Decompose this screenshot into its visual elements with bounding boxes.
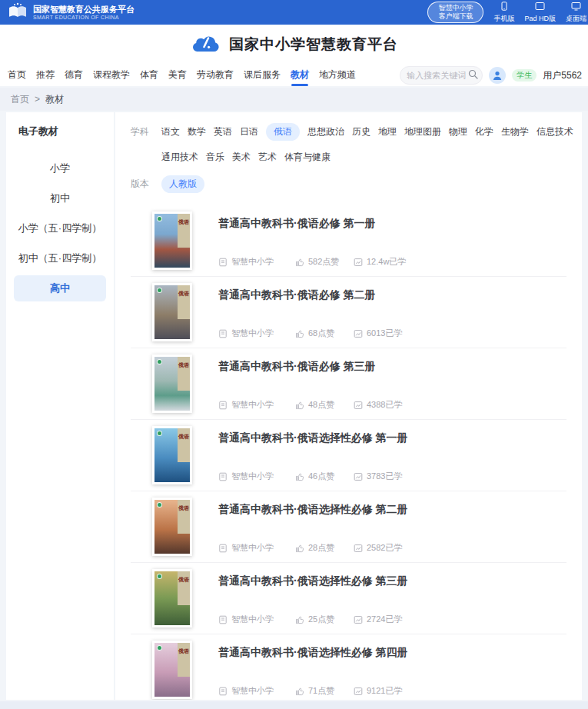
cover-title-strip: 俄语 [178, 357, 190, 391]
cover-title-strip: 俄语 [178, 571, 190, 605]
subject-filter-item[interactable]: 通用技术 [161, 148, 198, 166]
learners-icon [354, 687, 363, 696]
book-cover[interactable]: 俄语 [152, 498, 192, 556]
nav-item[interactable]: 课后服务 [242, 66, 282, 88]
page-footer-strip [0, 701, 588, 709]
book-item[interactable]: 俄语 普通高中教科书·俄语必修 第二册 智慧中小学 [131, 277, 566, 348]
nav-item[interactable]: 推荐 [35, 66, 56, 88]
username[interactable]: 用户5562 [543, 69, 582, 82]
sidebar: 电子教材 小学 初中 小学（五·四学制） 初中（五·四学制） 高中 [6, 112, 114, 700]
pad-version-link[interactable]: Pad HD版 [524, 2, 556, 24]
studied-meta: 6013已学 [354, 328, 402, 339]
sidebar-item[interactable]: 小学（五·四学制） [14, 215, 106, 241]
likes-label: 48点赞 [308, 399, 334, 411]
book-title[interactable]: 普通高中教科书·俄语必修 第三册 [218, 360, 566, 374]
search-box[interactable] [400, 66, 483, 85]
subject-filter-item[interactable]: 地理 [378, 123, 397, 141]
publisher-meta: 智慧中小学 [218, 256, 295, 268]
book-title[interactable]: 普通高中教科书·俄语必修 第二册 [218, 288, 566, 302]
sidebar-item[interactable]: 小学 [14, 155, 106, 181]
nav-item[interactable]: 美育 [167, 66, 188, 88]
publisher-icon [218, 258, 228, 267]
subject-filter-item[interactable]: 音乐 [206, 148, 224, 166]
book-info: 普通高中教科书·俄语选择性必修 第四册 智慧中小学 71点赞 [218, 641, 566, 699]
publisher-label: 智慧中小学 [231, 256, 274, 268]
cover-title-strip: 俄语 [178, 214, 190, 248]
book-title[interactable]: 普通高中教科书·俄语选择性必修 第二册 [218, 503, 566, 517]
thumbs-up-icon [295, 472, 304, 481]
book-info: 普通高中教科书·俄语必修 第二册 智慧中小学 68点赞 [218, 283, 566, 341]
nav-item[interactable]: 德育 [63, 66, 85, 88]
book-item[interactable]: 俄语 普通高中教科书·俄语选择性必修 第三册 智慧中小学 [131, 563, 566, 634]
subject-filter-item[interactable]: 艺术 [258, 148, 277, 166]
subject-filter-item[interactable]: 物理 [449, 123, 467, 141]
book-cover[interactable]: 俄语 [152, 426, 192, 484]
subject-filter-item[interactable]: 英语 [214, 123, 232, 141]
version-filter-item[interactable]: 人教版 [161, 175, 204, 193]
nav-item[interactable]: 教材 [289, 66, 311, 88]
mobile-version-link[interactable]: 手机版 [493, 2, 514, 24]
nav-item[interactable]: 劳动教育 [195, 66, 235, 88]
publisher-icon [218, 687, 228, 696]
subject-filter-item[interactable]: 化学 [475, 123, 493, 141]
likes-meta: 68点赞 [295, 328, 354, 339]
book-title[interactable]: 普通高中教科书·俄语选择性必修 第一册 [218, 431, 566, 445]
book-title[interactable]: 普通高中教科书·俄语选择性必修 第三册 [218, 574, 566, 588]
nav-item[interactable]: 首页 [6, 66, 28, 88]
subject-filter-item[interactable]: 思想政治 [307, 123, 344, 141]
open-book-logo-icon [8, 2, 28, 22]
book-title[interactable]: 普通高中教科书·俄语选择性必修 第四册 [218, 646, 566, 660]
search-input[interactable] [407, 71, 468, 80]
book-title[interactable]: 普通高中教科书·俄语必修 第一册 [218, 217, 566, 231]
cloud-logo-icon [190, 32, 222, 57]
likes-meta: 48点赞 [295, 399, 354, 411]
nav-item-label: 德育 [65, 69, 83, 80]
subject-filter-item[interactable]: 俄语 [266, 123, 300, 141]
subject-filter-item[interactable]: 信息技术 [537, 123, 573, 141]
book-cover[interactable]: 俄语 [152, 569, 192, 627]
sidebar-item[interactable]: 高中 [14, 275, 106, 301]
nav-item-label: 推荐 [36, 69, 55, 80]
book-cover[interactable]: 俄语 [152, 211, 192, 270]
book-item[interactable]: 俄语 普通高中教科书·俄语选择性必修 第二册 智慧中小学 [131, 491, 566, 563]
book-item[interactable]: 俄语 普通高中教科书·俄语选择性必修 第一册 智慧中小学 [131, 420, 566, 491]
book-item[interactable]: 俄语 普通高中教科书·俄语必修 第三册 智慧中小学 [131, 348, 566, 420]
nav-item[interactable]: 体育 [138, 66, 160, 88]
subject-filter-item[interactable]: 生物学 [501, 123, 529, 141]
book-info: 普通高中教科书·俄语选择性必修 第一册 智慧中小学 46点赞 [218, 426, 566, 484]
user-avatar[interactable] [489, 67, 506, 84]
platform-logo[interactable]: 国家智慧教育公共服务平台 SMART EDUCATION OF CHINA [8, 2, 135, 22]
sidebar-title: 电子教材 [18, 125, 106, 138]
book-info: 普通高中教科书·俄语必修 第一册 智慧中小学 582点赞 [218, 211, 566, 270]
subject-filter-item[interactable]: 体育与健康 [284, 148, 331, 166]
nav-item-label: 首页 [8, 69, 26, 80]
book-item[interactable]: 俄语 普通高中教科书·俄语选择性必修 第四册 智慧中小学 [131, 634, 566, 700]
publisher-label: 智慧中小学 [231, 614, 274, 625]
learners-icon [354, 258, 363, 267]
likes-meta: 46点赞 [295, 471, 354, 482]
nav-item[interactable]: 课程教学 [91, 66, 131, 88]
client-download-button[interactable]: 智慧中小学 客户端下载 [427, 2, 483, 24]
sidebar-item[interactable]: 初中（五·四学制） [14, 245, 106, 271]
subject-filter-item[interactable]: 美术 [232, 148, 251, 166]
book-cover[interactable]: 俄语 [152, 641, 192, 699]
thumbs-up-icon [295, 687, 304, 696]
search-icon[interactable] [468, 68, 478, 82]
subject-filter-item[interactable]: 日语 [240, 123, 258, 141]
subject-filter-item[interactable]: 历史 [352, 123, 370, 141]
subject-filter-item[interactable]: 数学 [188, 123, 206, 141]
subject-filter-item[interactable]: 语文 [161, 123, 180, 141]
book-cover[interactable]: 俄语 [152, 283, 192, 341]
book-cover[interactable]: 俄语 [152, 354, 192, 413]
sidebar-item[interactable]: 初中 [14, 185, 106, 211]
desktop-version-link[interactable]: 桌面端 [566, 2, 586, 24]
book-item[interactable]: 俄语 普通高中教科书·俄语必修 第一册 智慧中小学 [131, 205, 566, 277]
cover-title-strip: 俄语 [178, 428, 190, 462]
cover-subject-label: 俄语 [178, 362, 190, 368]
nav-item[interactable]: 地方频道 [317, 66, 357, 88]
subject-filter-item[interactable]: 地理图册 [404, 123, 441, 141]
mobile-version-label: 手机版 [493, 14, 514, 24]
version-filter-items: 人教版 [161, 175, 582, 201]
breadcrumb-home[interactable]: 首页 [11, 93, 29, 106]
publisher-logo-dot [157, 216, 162, 221]
